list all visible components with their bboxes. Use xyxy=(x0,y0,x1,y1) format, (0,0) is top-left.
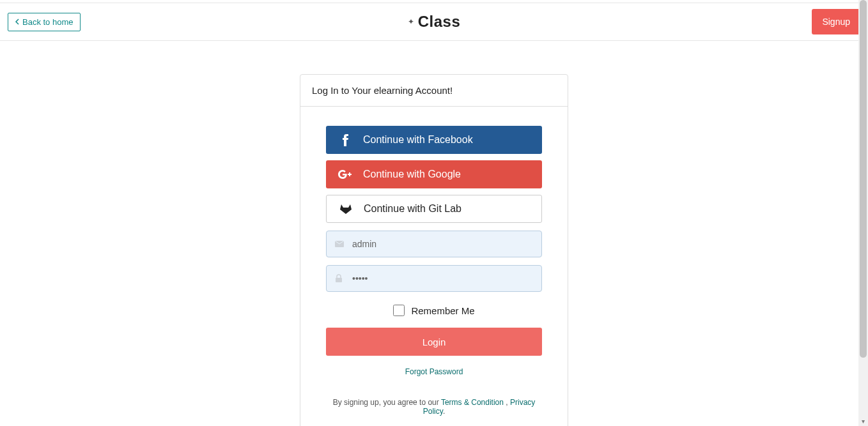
top-bar: Back to home ✦ Class Signup xyxy=(0,3,868,41)
facebook-label: Continue with Facebook xyxy=(363,134,473,146)
envelope-icon xyxy=(335,241,344,247)
brand-title: Class xyxy=(418,13,461,31)
card-title: Log In to Your elearning Account! xyxy=(300,75,568,107)
back-to-home-button[interactable]: Back to home xyxy=(8,13,81,31)
gitlab-icon xyxy=(337,204,355,214)
remember-row: Remember Me xyxy=(326,305,542,316)
remember-label: Remember Me xyxy=(411,305,474,316)
facebook-icon xyxy=(336,133,354,146)
password-field-wrap xyxy=(326,265,542,292)
back-label: Back to home xyxy=(22,17,74,27)
terms-prefix: By signing up, you agree to our xyxy=(333,398,441,407)
login-button[interactable]: Login xyxy=(326,328,542,356)
card-body: Continue with Facebook Continue with Goo… xyxy=(300,107,568,426)
remember-checkbox[interactable] xyxy=(393,305,405,316)
svg-rect-1 xyxy=(336,278,342,282)
forgot-password-link[interactable]: Forgot Password xyxy=(326,367,542,376)
scrollbar[interactable]: ▾ xyxy=(858,0,868,426)
continue-gitlab-button[interactable]: Continue with Git Lab xyxy=(326,195,542,223)
login-card: Log In to Your elearning Account! Contin… xyxy=(300,74,568,426)
brand: ✦ Class xyxy=(408,13,461,31)
username-field-wrap xyxy=(326,231,542,257)
terms-row: By signing up, you agree to our Terms & … xyxy=(326,398,542,416)
scrollbar-down-icon[interactable]: ▾ xyxy=(858,416,868,426)
continue-facebook-button[interactable]: Continue with Facebook xyxy=(326,126,542,154)
terms-sep: , xyxy=(504,398,510,407)
chevron-left-icon xyxy=(15,19,20,25)
username-input[interactable] xyxy=(326,231,542,257)
continue-google-button[interactable]: Continue with Google xyxy=(326,160,542,188)
scrollbar-thumb[interactable] xyxy=(860,0,867,358)
lock-icon xyxy=(335,274,343,283)
password-input[interactable] xyxy=(326,265,542,292)
google-plus-icon xyxy=(336,170,354,179)
terms-link[interactable]: Terms & Condition xyxy=(441,398,504,407)
google-label: Continue with Google xyxy=(363,169,461,180)
gitlab-label: Continue with Git Lab xyxy=(364,203,461,215)
logo-icon: ✦ xyxy=(408,17,414,26)
signup-button[interactable]: Signup xyxy=(812,9,860,34)
